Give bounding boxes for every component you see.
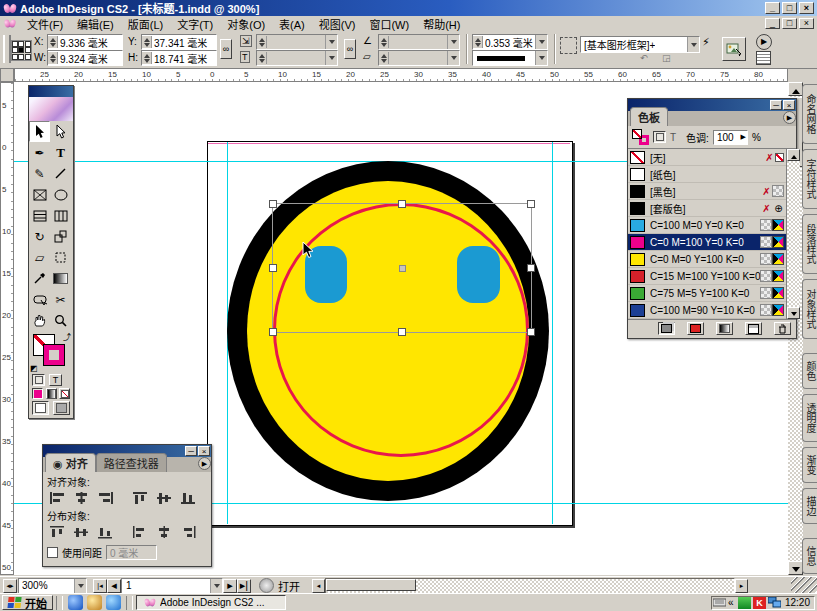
previous-page-button[interactable]: ◂: [107, 579, 121, 593]
doc-minimize-button[interactable]: _: [765, 18, 780, 29]
restore-button[interactable]: □: [782, 2, 797, 14]
selection-tool[interactable]: [29, 121, 50, 142]
minimize-button[interactable]: _: [765, 2, 780, 14]
shear-tool[interactable]: ▱: [29, 247, 50, 268]
menu-0[interactable]: 文件(F): [20, 15, 70, 33]
free-transform-tool[interactable]: [50, 247, 71, 268]
formatting-affects-container-icon[interactable]: [32, 374, 45, 386]
swatch-row[interactable]: [无]✗: [628, 149, 786, 166]
next-page-button[interactable]: ▸: [223, 579, 237, 593]
menu-6[interactable]: 视图(V): [312, 15, 363, 33]
swatch-row[interactable]: C=100 M=90 Y=10 K=0: [628, 302, 786, 319]
quick-apply-icon[interactable]: ⚡: [702, 36, 710, 49]
stroke-style-dropdown[interactable]: [472, 50, 548, 66]
distribute-right-button[interactable]: [178, 524, 199, 540]
selection-handle-6[interactable]: [398, 328, 406, 336]
clear-overrides-icon[interactable]: ◲: [662, 53, 671, 63]
tint-text-icon[interactable]: T: [670, 132, 676, 143]
reference-point-6[interactable]: [12, 54, 18, 60]
dock-tab-6[interactable]: 渐变: [802, 447, 817, 483]
align-bottom-button[interactable]: [178, 490, 199, 506]
swatches-panel-menu-icon[interactable]: ▶: [783, 111, 796, 124]
spacing-value-field[interactable]: 0 毫米: [106, 545, 157, 560]
rotation-field[interactable]: [378, 34, 460, 50]
object-style-dropdown[interactable]: [基本图形框架]+: [580, 36, 700, 53]
reference-point-proxy[interactable]: [11, 40, 32, 61]
align-top-button[interactable]: [130, 490, 151, 506]
stroke-proxy-magenta[interactable]: [44, 345, 64, 365]
toolbox-title-bar[interactable]: [29, 86, 73, 97]
ruler-origin-box[interactable]: [0, 68, 14, 82]
scissors-tool[interactable]: ✂: [50, 289, 71, 310]
swatch-row[interactable]: [套版色]✗⊕: [628, 200, 786, 217]
dock-tab-0[interactable]: 命名网格: [802, 84, 817, 144]
dock-tab-2[interactable]: 段落样式: [802, 214, 817, 274]
last-page-button[interactable]: ▸|: [237, 579, 251, 593]
line-tool[interactable]: [50, 163, 71, 184]
frame-tool[interactable]: [29, 184, 50, 205]
swatch-list-scrollbar[interactable]: [786, 149, 800, 319]
dock-tab-8[interactable]: 信息: [802, 538, 817, 574]
shear-field[interactable]: [378, 50, 460, 66]
selection-handle-2[interactable]: [527, 200, 535, 208]
selection-handle-3[interactable]: [269, 264, 277, 272]
selection-handle-7[interactable]: [527, 328, 535, 336]
menu-5[interactable]: 表(A): [272, 15, 312, 33]
h-scroll-right-button[interactable]: ▸: [735, 579, 748, 593]
selection-handle-1[interactable]: [398, 200, 406, 208]
selection-handle-5[interactable]: [269, 328, 277, 336]
button-tool[interactable]: [29, 289, 50, 310]
chevron-icon[interactable]: «: [728, 597, 736, 609]
distribute-top-button[interactable]: [47, 524, 68, 540]
palette-menu-icon[interactable]: ▶: [756, 34, 772, 50]
selection-handle-0[interactable]: [269, 200, 277, 208]
doc-restore-button[interactable]: □: [782, 18, 797, 29]
swap-fill-stroke-icon[interactable]: ⤴: [63, 331, 71, 342]
doc-close-button[interactable]: ×: [799, 18, 814, 29]
reference-point-0[interactable]: [12, 41, 18, 47]
swatch-scroll-up-icon[interactable]: [787, 149, 800, 161]
hand-tool[interactable]: [29, 310, 50, 331]
distribute-left-button[interactable]: [130, 524, 151, 540]
menu-1[interactable]: 编辑(E): [70, 15, 121, 33]
pencil-tool[interactable]: ✎: [29, 163, 50, 184]
network-icon[interactable]: [768, 597, 781, 609]
dock-tab-7[interactable]: 描边: [802, 488, 817, 524]
zoom-level-combo[interactable]: 300%: [18, 578, 87, 594]
start-button[interactable]: 开始: [2, 595, 53, 610]
window-resize-grip[interactable]: [791, 577, 817, 594]
page-number-combo[interactable]: 1: [121, 578, 223, 594]
horizontal-grid-tool[interactable]: [29, 205, 50, 226]
swatches-minimize-icon[interactable]: ─: [770, 100, 782, 110]
distribute-v-center-button[interactable]: [71, 524, 92, 540]
y-position-field[interactable]: 37.341 毫米: [141, 34, 217, 50]
show-desktop-icon[interactable]: [68, 595, 83, 610]
swatch-row[interactable]: [纸色]: [628, 166, 786, 183]
formatting-affects-text-icon[interactable]: T: [49, 374, 62, 386]
red-app-icon[interactable]: K: [753, 597, 766, 609]
align-left-button[interactable]: [47, 490, 68, 506]
vertical-grid-tool[interactable]: [50, 205, 71, 226]
horizontal-ruler[interactable]: 2520151050510152025303540455055606570758…: [14, 68, 788, 82]
pen-tool[interactable]: ✒: [29, 142, 50, 163]
close-button[interactable]: ×: [799, 2, 814, 14]
align-minimize-icon[interactable]: ─: [185, 446, 197, 456]
align-right-button[interactable]: [95, 490, 116, 506]
swatch-row[interactable]: C=100 M=0 Y=0 K=0: [628, 217, 786, 234]
swatch-row[interactable]: C=0 M=100 Y=0 K=0: [628, 234, 786, 251]
reference-point-7[interactable]: [18, 54, 24, 60]
apply-none-button[interactable]: [59, 388, 70, 399]
undo-style-icon[interactable]: ↶: [640, 53, 648, 63]
constrain-scale-icon[interactable]: ∞: [344, 39, 356, 59]
normal-view-mode-button[interactable]: [32, 401, 49, 415]
export-snippet-icon[interactable]: [722, 37, 746, 61]
zoom-tool[interactable]: [50, 310, 71, 331]
reference-point-1[interactable]: [18, 41, 24, 47]
media-player-icon[interactable]: [87, 595, 102, 610]
menu-7[interactable]: 窗口(W): [362, 15, 416, 33]
first-page-button[interactable]: |◂: [93, 579, 107, 593]
palette-grip[interactable]: [3, 35, 11, 63]
swatch-row[interactable]: [黑色]✗: [628, 183, 786, 200]
preview-mode-button[interactable]: [53, 401, 70, 415]
tint-value-field[interactable]: 100▶: [713, 130, 748, 145]
